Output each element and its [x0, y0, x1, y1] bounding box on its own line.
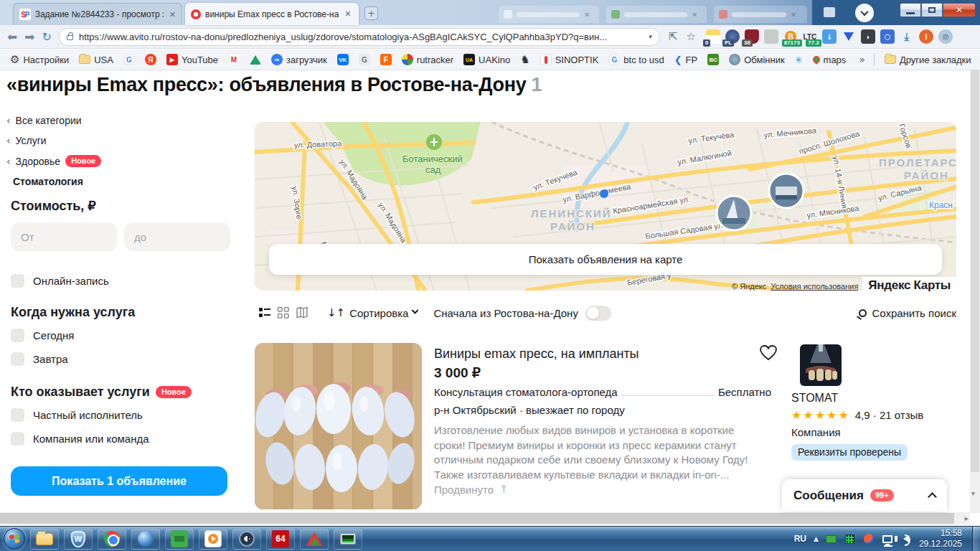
adblock-extension-icon[interactable]: 38: [745, 29, 759, 44]
tab-close-icon[interactable]: ✕: [584, 11, 590, 19]
url-dropdown-icon[interactable]: ▾: [649, 33, 652, 40]
address-bar[interactable]: https://www.avito.ru/rostov-na-donu/pred…: [59, 28, 660, 46]
breadcrumb-current-category[interactable]: Стоматология: [13, 176, 101, 187]
maximize-button[interactable]: [921, 3, 943, 17]
taskbar-system-monitor[interactable]: [334, 529, 362, 550]
volume-icon[interactable]: [900, 534, 912, 544]
bookmark-gmail[interactable]: M: [228, 54, 240, 65]
taskbar-media-player[interactable]: [199, 529, 227, 550]
tab-close-icon[interactable]: ✕: [692, 11, 697, 19]
bookmark-folder-usa[interactable]: USA: [79, 55, 113, 65]
list-view-icon[interactable]: [258, 306, 271, 319]
bookmark-other-folder[interactable]: Другие закладки: [885, 55, 971, 65]
bookmark-uakino[interactable]: UAUAKino: [463, 54, 510, 65]
ghost-tab[interactable]: ✕: [714, 6, 807, 23]
bookmark-btc-usd[interactable]: Gbtc to usd: [608, 54, 664, 65]
start-button[interactable]: [4, 528, 25, 550]
show-on-map-button[interactable]: Показать объявления на карте: [269, 244, 942, 275]
reload-button[interactable]: ↻: [42, 30, 52, 44]
save-search-button[interactable]: Сохранить поиск: [859, 307, 956, 319]
browser-tab-2-active[interactable]: виниры Emax пресс в Ростове-на ✕: [185, 3, 359, 25]
checkbox[interactable]: [11, 432, 24, 446]
chevron-up-icon[interactable]: [928, 492, 937, 501]
back-button[interactable]: ⬅: [7, 29, 17, 44]
scrollbar-thumb[interactable]: [971, 70, 979, 472]
bookmark-chess[interactable]: ♞: [520, 53, 529, 66]
taskbar-memory-tool[interactable]: [165, 529, 194, 550]
taskbar-aida64[interactable]: 64: [266, 529, 295, 550]
proxy-extension-icon[interactable]: PL: [725, 29, 740, 44]
vertical-scrollbar[interactable]: ▾: [970, 70, 980, 513]
tab-close-icon[interactable]: ✕: [344, 9, 351, 19]
bookmark-obminnik[interactable]: Обмінник: [729, 54, 784, 65]
language-indicator[interactable]: RU: [794, 534, 806, 544]
messages-panel[interactable]: Сообщения 99+: [782, 479, 947, 512]
tab-close-icon[interactable]: ✕: [169, 10, 176, 19]
forward-button[interactable]: ➡: [24, 29, 34, 44]
map-view-icon[interactable]: [296, 306, 308, 319]
bookmark-youtube[interactable]: ▶YouTube: [166, 54, 218, 65]
seller-name[interactable]: STOMAT: [791, 392, 956, 405]
url-text[interactable]: https://www.avito.ru/rostov-na-donu/pred…: [79, 32, 644, 42]
settings-extension-icon[interactable]: ❊: [938, 29, 953, 44]
tab-search-button[interactable]: [855, 4, 874, 22]
bookmark-kyivstar[interactable]: ✳: [795, 55, 803, 65]
checkbox[interactable]: [11, 408, 24, 422]
origin-toggle-switch[interactable]: [585, 306, 611, 321]
checkbox[interactable]: [11, 352, 24, 366]
bookmark-sinoptik[interactable]: SINOPTIK: [540, 54, 599, 65]
grid-view-icon[interactable]: [277, 306, 290, 319]
bookmark-drive[interactable]: [250, 55, 261, 65]
favorite-heart-icon[interactable]: [759, 344, 778, 362]
bookmark-google[interactable]: G: [123, 54, 135, 65]
btc-ticker-extension-icon[interactable]: ₿87173: [783, 29, 798, 44]
tray-expand-icon[interactable]: ▲: [814, 535, 819, 542]
minimize-button[interactable]: [900, 3, 921, 17]
share-icon[interactable]: ⇱: [669, 30, 678, 43]
scroll-down-icon[interactable]: ▾: [971, 489, 975, 497]
taskbar-browser-globe[interactable]: [131, 529, 160, 550]
map-point-marker[interactable]: [600, 189, 608, 198]
close-button[interactable]: ✕: [943, 3, 976, 17]
taskbar-explorer[interactable]: [30, 529, 59, 550]
show-desktop-button[interactable]: [972, 527, 980, 551]
download-extension-icon[interactable]: ↓: [822, 29, 837, 44]
bookmark-star-icon[interactable]: ☆: [686, 30, 695, 43]
network-icon[interactable]: [882, 534, 893, 544]
horizontal-scrollbar[interactable]: ▸: [0, 512, 970, 524]
ghost-tab[interactable]: ✕: [499, 6, 599, 23]
tab-close-icon[interactable]: ✕: [791, 11, 796, 19]
taskbar-clock-app[interactable]: [232, 529, 261, 550]
seller-avatar[interactable]: [800, 344, 842, 386]
weather-extension-icon[interactable]: 0: [706, 29, 720, 44]
tray-grid-icon[interactable]: [844, 534, 856, 544]
bookmark-maps[interactable]: maps: [813, 55, 847, 65]
yandex-bookmarks-extension-icon[interactable]: [842, 29, 856, 44]
seller-rating-row[interactable]: ★★★★★ 4,9 · 21 отзыв: [791, 408, 956, 422]
tray-flash-icon[interactable]: [863, 534, 875, 544]
price-from-input[interactable]: [11, 222, 117, 251]
new-tab-button[interactable]: +: [364, 6, 378, 20]
bookmark-f[interactable]: F: [380, 54, 392, 65]
bookmark-rutracker[interactable]: rutracker: [402, 54, 453, 65]
breadcrumb-all-categories[interactable]: ‹Все категории: [6, 115, 101, 126]
sort-dropdown[interactable]: ↓↑ Сортировка: [327, 306, 418, 319]
show-results-button[interactable]: Показать 1 объявление: [11, 466, 227, 496]
ghost-tab[interactable]: ✕: [606, 6, 707, 23]
price-to-input[interactable]: [124, 222, 230, 251]
scroll-right-icon[interactable]: ▸: [964, 514, 969, 523]
taskbar-utility[interactable]: [300, 529, 329, 550]
map-photo-marker[interactable]: [717, 196, 751, 230]
tray-clock[interactable]: 15:58 29.12.2025: [919, 528, 962, 550]
savefrom-extension-icon[interactable]: ⤓: [900, 29, 914, 44]
tray-ram-icon[interactable]: [826, 534, 837, 544]
bookmark-translate[interactable]: G: [359, 54, 370, 65]
browser-tab-1[interactable]: SP Задание №2844233 - просмотр з ✕: [13, 3, 182, 25]
taskbar-chrome[interactable]: [98, 529, 126, 550]
puzzle-extension-icon[interactable]: ⬡: [880, 29, 895, 44]
map-photo-marker[interactable]: [769, 174, 804, 208]
bookmark-bc[interactable]: BC: [707, 54, 719, 65]
scrollbar-thumb[interactable]: [0, 513, 954, 524]
bookmark-fp[interactable]: ❮FP: [674, 55, 698, 65]
checkbox[interactable]: [11, 329, 24, 342]
